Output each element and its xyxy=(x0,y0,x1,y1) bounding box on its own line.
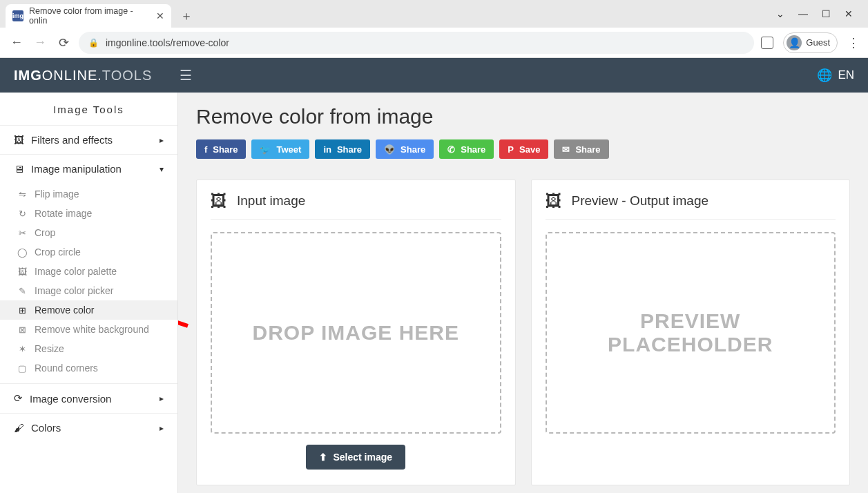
window-controls: ⌄ — ☐ ✕ xyxy=(776,0,862,28)
sidebar-item-flip-image[interactable]: ⇋Flip image xyxy=(0,184,177,204)
nav-back-button[interactable]: ← xyxy=(8,35,25,50)
lock-icon: 🔒 xyxy=(88,38,99,48)
reddit-icon: 👽 xyxy=(384,144,395,155)
input-panel: 🖼 Input image DROP IMAGE HERE ⬆ Select i… xyxy=(196,180,516,485)
sidebar-item-crop[interactable]: ✂Crop xyxy=(0,223,177,242)
window-maximize-button[interactable]: ☐ xyxy=(822,8,831,19)
globe-icon: 🌐 xyxy=(817,68,832,83)
sidebar-cat-label: Image conversion xyxy=(30,393,111,405)
sidebar-item-label: Rotate image xyxy=(35,208,92,219)
select-image-button[interactable]: ⬆ Select image xyxy=(306,445,405,470)
sidebar-item-label: Crop circle xyxy=(35,246,81,258)
site-header: IMGONLINE.TOOLS ☰ 🌐 EN xyxy=(0,58,868,93)
chevron-right-icon: ▸ xyxy=(160,394,164,403)
chevron-right-icon: ▸ xyxy=(160,423,164,433)
pinterest-icon: P xyxy=(508,144,514,155)
window-close-button[interactable]: ✕ xyxy=(845,8,853,19)
sidebar-subitems: ⇋Flip image↻Rotate image✂Crop◯Crop circl… xyxy=(0,183,177,383)
upload-icon: ⬆ xyxy=(319,452,327,463)
main-content: Remove color from image fShare 🐦Tweet in… xyxy=(178,93,868,493)
sidebar-item-icon: ◯ xyxy=(17,247,28,258)
address-bar-row: ← → ⟳ 🔒 imgonline.tools/remove-color 👤 G… xyxy=(0,28,868,58)
chevron-down-icon[interactable]: ⌄ xyxy=(776,8,784,19)
url-bar[interactable]: 🔒 imgonline.tools/remove-color xyxy=(79,32,754,54)
sidebar-item-remove-white-background[interactable]: ⊠Remove white background xyxy=(0,320,177,339)
workspace: Image Tools 🖼 Filters and effects ▸ 🖥 Im… xyxy=(0,93,868,493)
share-row: fShare 🐦Tweet inShare 👽Share ✆Share PSav… xyxy=(196,139,850,159)
share-email-button[interactable]: ✉Share xyxy=(554,139,608,159)
url-text: imgonline.tools/remove-color xyxy=(106,37,229,48)
tab-close-icon[interactable]: ✕ xyxy=(156,10,164,21)
sidebar-item-icon: ⊠ xyxy=(17,325,28,335)
share-twitter-button[interactable]: 🐦Tweet xyxy=(251,139,309,159)
twitter-icon: 🐦 xyxy=(260,144,271,155)
image-icon: 🖼 xyxy=(211,191,227,211)
tab-strip: img Remove color from image - onlin ✕ ＋ … xyxy=(0,0,868,28)
favicon-icon: img xyxy=(12,10,23,21)
annotation-arrow xyxy=(178,297,195,338)
sidebar-item-label: Resize xyxy=(35,343,64,354)
sidebar-cat-filters[interactable]: 🖼 Filters and effects ▸ xyxy=(0,126,177,154)
sidebar-item-label: Crop xyxy=(35,227,55,238)
sidebar-item-icon: ✎ xyxy=(17,286,28,296)
sidebar-cat-conversion[interactable]: ⟳ Image conversion ▸ xyxy=(0,384,177,413)
browser-tab[interactable]: img Remove color from image - onlin ✕ xyxy=(6,4,171,28)
share-linkedin-button[interactable]: inShare xyxy=(315,139,370,159)
sidebar-item-label: Remove color xyxy=(35,304,94,316)
sidebar-item-icon: ▢ xyxy=(17,363,28,374)
new-tab-button[interactable]: ＋ xyxy=(177,6,196,26)
share-reddit-button[interactable]: 👽Share xyxy=(376,139,434,159)
tab-title: Remove color from image - onlin xyxy=(29,6,151,26)
sidebar-cat-label: Colors xyxy=(31,422,61,434)
sidebar-item-icon: ✶ xyxy=(17,344,28,354)
sidebar-cat-manipulation[interactable]: 🖥 Image manipulation ▾ xyxy=(0,155,177,183)
browser-chrome: img Remove color from image - onlin ✕ ＋ … xyxy=(0,0,868,58)
chevron-right-icon: ▸ xyxy=(160,135,164,145)
panels: 🖼 Input image DROP IMAGE HERE ⬆ Select i… xyxy=(196,180,850,485)
sidebar-item-label: Round corners xyxy=(35,362,98,374)
share-whatsapp-button[interactable]: ✆Share xyxy=(439,139,494,159)
colors-icon: 🖌 xyxy=(14,422,24,434)
sidebar-item-round-corners[interactable]: ▢Round corners xyxy=(0,358,177,378)
sidebar-item-icon: 🖼 xyxy=(17,267,28,277)
preview-placeholder: PREVIEW PLACEHOLDER xyxy=(546,232,836,434)
nav-forward-button[interactable]: → xyxy=(32,35,48,50)
hamburger-icon[interactable]: ☰ xyxy=(180,67,192,84)
sidebar-item-icon: ↻ xyxy=(17,209,28,219)
site-logo[interactable]: IMGONLINE.TOOLS xyxy=(14,68,152,84)
sidebar-cat-colors[interactable]: 🖌 Colors ▸ xyxy=(0,414,177,442)
filters-icon: 🖼 xyxy=(14,134,24,146)
language-label: EN xyxy=(838,68,854,82)
window-minimize-button[interactable]: — xyxy=(798,8,808,19)
sidebar-item-label: Image color picker xyxy=(35,285,113,296)
extensions-icon[interactable] xyxy=(761,37,773,49)
profile-chip[interactable]: 👤 Guest xyxy=(783,32,838,53)
manipulation-icon: 🖥 xyxy=(14,163,24,175)
sidebar-item-label: Flip image xyxy=(35,188,79,200)
svg-line-0 xyxy=(178,304,188,326)
avatar-icon: 👤 xyxy=(787,35,802,50)
email-icon: ✉ xyxy=(562,144,570,155)
share-pinterest-button[interactable]: PSave xyxy=(499,139,548,159)
sidebar-item-resize[interactable]: ✶Resize xyxy=(0,339,177,358)
chevron-down-icon: ▾ xyxy=(160,164,164,174)
dropzone[interactable]: DROP IMAGE HERE xyxy=(211,232,501,434)
sidebar-item-label: Image color palette xyxy=(35,266,117,277)
sidebar: Image Tools 🖼 Filters and effects ▸ 🖥 Im… xyxy=(0,93,178,493)
nav-reload-button[interactable]: ⟳ xyxy=(55,35,72,50)
sidebar-item-rotate-image[interactable]: ↻Rotate image xyxy=(0,204,177,223)
profile-label: Guest xyxy=(806,37,830,48)
linkedin-icon: in xyxy=(323,144,331,155)
sidebar-item-label: Remove white background xyxy=(35,324,149,335)
sidebar-item-icon: ✂ xyxy=(17,228,28,238)
language-selector[interactable]: 🌐 EN xyxy=(817,68,854,83)
share-facebook-button[interactable]: fShare xyxy=(196,139,246,159)
sidebar-item-icon: ⊞ xyxy=(17,305,28,316)
browser-menu-button[interactable]: ⋮ xyxy=(847,35,860,50)
sidebar-item-remove-color[interactable]: ⊞Remove color xyxy=(0,300,177,320)
input-panel-title: Input image xyxy=(237,193,305,209)
sidebar-item-image-color-palette[interactable]: 🖼Image color palette xyxy=(0,262,177,281)
sidebar-title: Image Tools xyxy=(0,93,177,125)
sidebar-item-crop-circle[interactable]: ◯Crop circle xyxy=(0,242,177,262)
sidebar-item-image-color-picker[interactable]: ✎Image color picker xyxy=(0,281,177,300)
